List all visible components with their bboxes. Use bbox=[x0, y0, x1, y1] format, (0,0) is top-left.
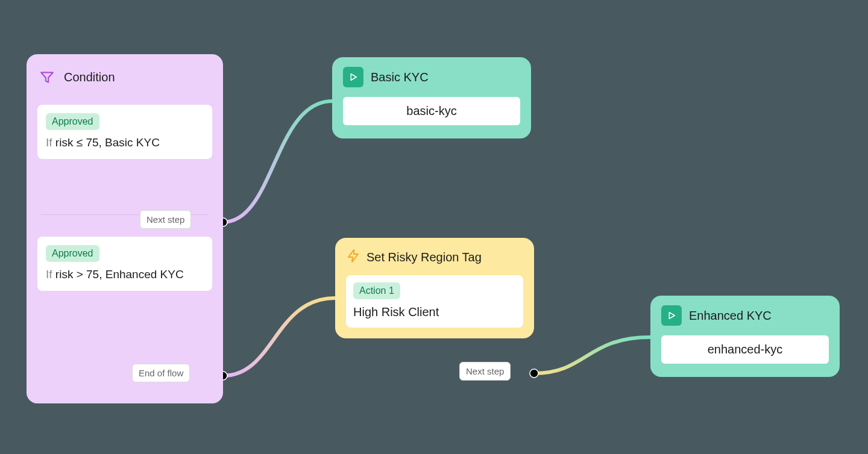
basic-kyc-value: basic-kyc bbox=[343, 97, 520, 125]
condition-rule[interactable]: Approved If risk ≤ 75, Basic KYC bbox=[37, 105, 212, 159]
port-next-step[interactable]: Next step bbox=[459, 362, 511, 381]
enhanced-kyc-title: Enhanced KYC bbox=[689, 309, 772, 323]
status-badge: Approved bbox=[46, 245, 99, 262]
condition-node[interactable]: Condition Approved If risk ≤ 75, Basic K… bbox=[27, 54, 223, 403]
action-card[interactable]: Action 1 High Risk Client bbox=[346, 275, 523, 328]
basic-kyc-node[interactable]: Basic KYC basic-kyc bbox=[332, 57, 531, 138]
condition-rule-text: If risk ≤ 75, Basic KYC bbox=[46, 136, 204, 149]
enhanced-kyc-node[interactable]: Enhanced KYC enhanced-kyc bbox=[650, 296, 840, 377]
condition-title: Condition bbox=[64, 70, 115, 84]
svg-point-2 bbox=[530, 369, 538, 378]
set-risky-title: Set Risky Region Tag bbox=[366, 250, 482, 264]
funnel-icon bbox=[37, 67, 57, 87]
flow-canvas[interactable]: Condition Approved If risk ≤ 75, Basic K… bbox=[0, 0, 868, 454]
play-icon bbox=[343, 67, 363, 87]
condition-rule[interactable]: Approved If risk > 75, Enhanced KYC bbox=[37, 237, 212, 291]
port-next-step[interactable]: Next step bbox=[140, 210, 191, 229]
connector-set-risky-to-enhanced bbox=[529, 330, 658, 390]
status-badge: Approved bbox=[46, 113, 99, 130]
action-text: High Risk Client bbox=[353, 305, 516, 319]
enhanced-kyc-value: enhanced-kyc bbox=[661, 335, 829, 364]
lightning-icon bbox=[346, 249, 360, 266]
action-label: Action 1 bbox=[353, 282, 400, 299]
connector-condition-to-basic-kyc bbox=[217, 84, 338, 241]
play-icon bbox=[661, 305, 682, 326]
set-risky-region-node[interactable]: Set Risky Region Tag Action 1 High Risk … bbox=[335, 238, 534, 338]
basic-kyc-title: Basic KYC bbox=[371, 70, 429, 84]
condition-rule-text: If risk > 75, Enhanced KYC bbox=[46, 268, 204, 281]
port-end-of-flow[interactable]: End of flow bbox=[132, 364, 190, 382]
connector-condition-to-set-risky bbox=[217, 265, 344, 391]
